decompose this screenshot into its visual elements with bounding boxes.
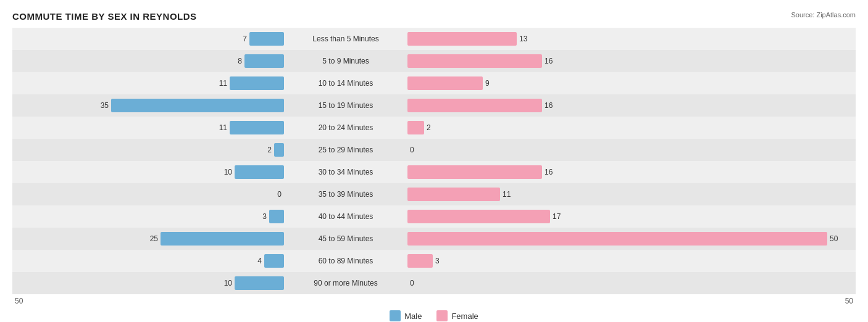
female-bar-wrap: 0 xyxy=(407,276,856,290)
female-bar-wrap: 3 xyxy=(407,254,856,268)
female-bar xyxy=(407,32,517,46)
row-label: 10 to 14 Minutes xyxy=(284,79,407,88)
table-row: 8 5 to 9 Minutes 16 xyxy=(12,50,856,72)
female-bar xyxy=(407,76,483,90)
chart-container: COMMUTE TIME BY SEX IN REYNOLDS Source: … xyxy=(0,0,868,322)
male-bar-wrap: 2 xyxy=(12,143,284,157)
table-row: 2 25 to 29 Minutes 0 xyxy=(12,139,856,161)
female-bar xyxy=(407,254,433,268)
male-bar-wrap: 11 xyxy=(12,76,284,90)
female-area: 3 xyxy=(407,254,856,268)
male-value: 4 xyxy=(244,257,262,265)
male-area: 2 xyxy=(12,143,284,157)
table-row: 3 40 to 44 Minutes 17 xyxy=(12,205,856,228)
female-area: 16 xyxy=(407,54,856,68)
female-area: 0 xyxy=(407,276,856,290)
female-area: 17 xyxy=(407,210,856,223)
female-bar xyxy=(407,232,827,246)
table-row: 11 10 to 14 Minutes 9 xyxy=(12,72,856,94)
female-value: 50 xyxy=(830,234,847,243)
male-area: 4 xyxy=(12,254,284,268)
male-bar-wrap: 11 xyxy=(12,121,284,134)
female-bar xyxy=(407,165,542,179)
male-area: 7 xyxy=(12,32,284,46)
female-bar-wrap: 16 xyxy=(407,99,856,112)
legend-female-label: Female xyxy=(451,312,478,321)
table-row: 10 30 to 34 Minutes 16 xyxy=(12,161,856,183)
table-row: 25 45 to 59 Minutes 50 xyxy=(12,228,856,250)
row-label: 25 to 29 Minutes xyxy=(284,146,407,154)
female-value: 11 xyxy=(503,190,520,199)
male-bar xyxy=(249,32,284,46)
row-label: 60 to 89 Minutes xyxy=(284,257,407,265)
legend-male-label: Male xyxy=(404,312,422,321)
female-bar xyxy=(407,188,500,201)
male-bar xyxy=(235,276,284,290)
row-label: 90 or more Minutes xyxy=(284,279,407,287)
male-area: 8 xyxy=(12,54,284,68)
male-bar xyxy=(161,232,284,246)
male-area: 25 xyxy=(12,232,284,246)
male-bar xyxy=(230,76,284,90)
male-area: 35 xyxy=(12,99,284,112)
legend-male: Male xyxy=(390,310,422,321)
female-bar-wrap: 11 xyxy=(407,188,856,201)
male-bar-wrap: 0 xyxy=(12,188,284,201)
table-row: 11 20 to 24 Minutes 2 xyxy=(12,117,856,139)
female-area: 16 xyxy=(407,165,856,179)
male-bar xyxy=(230,121,284,134)
male-bar-wrap: 3 xyxy=(12,210,284,223)
legend-male-box xyxy=(390,310,401,321)
male-value: 2 xyxy=(254,146,272,154)
female-bar xyxy=(407,121,424,134)
female-bar xyxy=(407,99,542,112)
table-row: 4 60 to 89 Minutes 3 xyxy=(12,250,856,272)
female-value: 16 xyxy=(545,168,562,176)
female-bar-wrap: 9 xyxy=(407,76,856,90)
male-bar xyxy=(274,143,284,157)
male-bar-wrap: 8 xyxy=(12,54,284,68)
female-bar-wrap: 16 xyxy=(407,165,856,179)
table-row: 0 35 to 39 Minutes 11 xyxy=(12,183,856,205)
female-area: 9 xyxy=(407,76,856,90)
male-value: 0 xyxy=(264,190,282,199)
female-bar-wrap: 16 xyxy=(407,54,856,68)
female-area: 11 xyxy=(407,188,856,201)
male-area: 3 xyxy=(12,210,284,223)
legend-female: Female xyxy=(436,310,478,321)
female-bar-wrap: 17 xyxy=(407,210,856,223)
female-bar-wrap: 50 xyxy=(407,232,856,246)
source-label: Source: ZipAtlas.com xyxy=(791,11,856,19)
row-label: Less than 5 Minutes xyxy=(284,35,407,43)
female-value: 2 xyxy=(427,123,444,132)
row-label: 45 to 59 Minutes xyxy=(284,234,407,243)
row-label: 15 to 19 Minutes xyxy=(284,101,407,110)
female-value: 0 xyxy=(410,279,427,287)
legend: Male Female xyxy=(12,310,856,321)
male-value: 11 xyxy=(210,123,227,132)
male-value: 35 xyxy=(91,101,109,110)
female-area: 2 xyxy=(407,121,856,134)
male-value: 8 xyxy=(225,57,242,65)
chart-body: 7 Less than 5 Minutes 13 8 5 to 9 Minute… xyxy=(12,28,856,294)
female-value: 0 xyxy=(410,146,427,154)
female-value: 13 xyxy=(519,35,536,43)
female-bar-wrap: 2 xyxy=(407,121,856,134)
male-bar-wrap: 10 xyxy=(12,165,284,179)
row-label: 40 to 44 Minutes xyxy=(284,212,407,221)
male-area: 10 xyxy=(12,276,284,290)
male-bar xyxy=(235,165,284,179)
female-value: 16 xyxy=(545,101,562,110)
female-area: 13 xyxy=(407,32,856,46)
male-value: 10 xyxy=(215,168,232,176)
male-bar-wrap: 25 xyxy=(12,232,284,246)
female-value: 9 xyxy=(485,79,503,88)
male-bar xyxy=(264,254,284,268)
female-value: 3 xyxy=(435,257,453,265)
axis-right: 50 xyxy=(407,297,856,305)
male-bar-wrap: 7 xyxy=(12,32,284,46)
table-row: 35 15 to 19 Minutes 16 xyxy=(12,94,856,117)
female-value: 17 xyxy=(553,212,570,221)
legend-female-box xyxy=(436,310,448,321)
female-bar xyxy=(407,54,542,68)
